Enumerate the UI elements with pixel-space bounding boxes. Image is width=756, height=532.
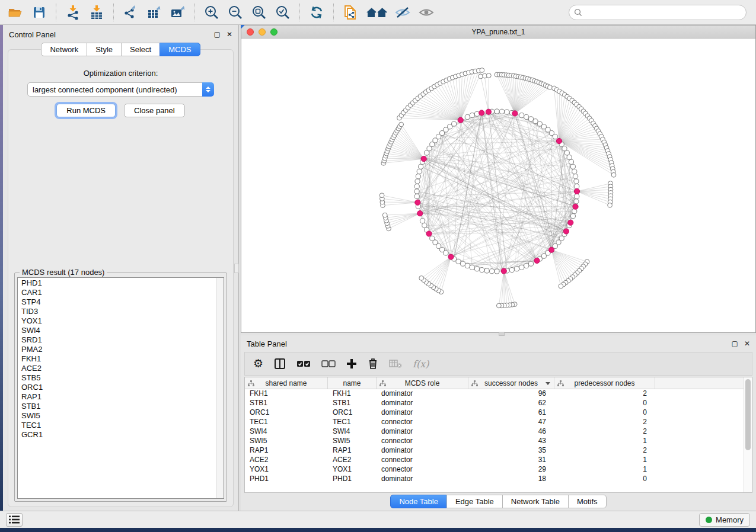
cell-mcds_role: dominator	[377, 408, 468, 418]
mcds-result-item[interactable]: PHD1	[21, 278, 216, 288]
column-header-successor-nodes[interactable]: successor nodes	[468, 377, 554, 389]
close-panel-button[interactable]: Close panel	[124, 104, 185, 117]
import-table-icon[interactable]	[86, 2, 107, 23]
float-panel-icon[interactable]: ▢	[214, 31, 221, 38]
table-toolbar: ⚙	[244, 352, 752, 376]
zoom-fit-icon[interactable]	[248, 2, 270, 23]
network-canvas[interactable]	[241, 39, 755, 332]
table-row-PHD1[interactable]: PHD1PHD1dominator180	[245, 475, 744, 484]
delete-table-icon-disabled	[389, 355, 402, 372]
table-row-ORC1[interactable]: ORC1ORC1dominator610	[245, 408, 744, 418]
mcds-result-item[interactable]: ACE2	[21, 364, 216, 373]
mcds-result-item[interactable]: SRD1	[21, 335, 216, 345]
mcds-result-item[interactable]: STP4	[21, 297, 216, 307]
mcds-result-title: MCDS result (17 nodes)	[20, 268, 107, 277]
hide-selected-icon[interactable]	[392, 2, 413, 23]
tab-network[interactable]: Network	[41, 43, 87, 56]
tab-select[interactable]: Select	[121, 43, 160, 56]
delete-column-icon[interactable]	[368, 355, 378, 372]
first-neighbors-icon[interactable]	[363, 2, 390, 23]
refresh-view-icon[interactable]	[306, 2, 327, 23]
search-input[interactable]	[586, 8, 741, 17]
table-row-TEC1[interactable]: TEC1TEC1connector472	[245, 418, 744, 427]
mcds-result-item[interactable]: CAR1	[21, 288, 216, 297]
table-tab-edge-table[interactable]: Edge Table	[446, 495, 503, 508]
export-network-icon[interactable]	[120, 2, 141, 23]
zoom-out-icon[interactable]	[225, 2, 246, 23]
cell-predecessor_nodes: 2	[554, 446, 655, 456]
column-header-MCDS-role[interactable]: MCDS role	[377, 377, 468, 389]
cell-mcds_role: connector	[377, 418, 468, 427]
status-bar: Memory	[0, 511, 756, 528]
show-columns-icon[interactable]	[274, 355, 286, 372]
mcds-result-item[interactable]: TID3	[21, 307, 216, 316]
table-scrollbar-thumb[interactable]	[745, 379, 751, 450]
splitter-grip[interactable]	[499, 332, 505, 336]
select-all-columns-icon[interactable]	[296, 355, 311, 372]
table-row-STB1[interactable]: STB1STB1dominator620	[245, 399, 744, 408]
table-row-SWI4[interactable]: SWI4SWI4dominator462	[245, 427, 744, 437]
cell-shared_name: TEC1	[245, 418, 328, 427]
horizontal-splitter[interactable]	[241, 333, 756, 335]
table-tab-network-table[interactable]: Network Table	[502, 495, 569, 508]
table-row-RAP1[interactable]: RAP1RAP1dominator352	[245, 446, 744, 456]
search-field[interactable]	[569, 5, 747, 20]
table-tab-motifs[interactable]: Motifs	[568, 495, 607, 508]
mcds-result-item[interactable]: FKH1	[21, 354, 216, 364]
column-header-name[interactable]: name	[328, 377, 377, 389]
network-window-title: YPA_prune.txt_1	[241, 28, 755, 36]
copy-network-icon[interactable]	[340, 2, 361, 23]
table-row-FKH1[interactable]: FKH1FKH1dominator962	[245, 389, 744, 399]
mcds-result-item[interactable]: TEC1	[21, 421, 216, 430]
table-row-YOX1[interactable]: YOX1YOX1connector291	[245, 465, 744, 475]
cell-name: FKH1	[328, 389, 377, 399]
save-session-icon[interactable]	[28, 2, 50, 23]
float-panel-icon[interactable]: ▢	[732, 340, 738, 347]
table-settings-gear-icon[interactable]: ⚙	[253, 355, 263, 372]
mcds-list-scrollbar[interactable]	[216, 278, 224, 498]
mcds-result-item[interactable]: STB1	[21, 402, 216, 411]
zoom-selected-icon[interactable]	[272, 2, 294, 23]
mcds-result-item[interactable]: GCR1	[21, 430, 216, 440]
mcds-result-item[interactable]: SWI4	[21, 326, 216, 335]
table-panel-title: Table Panel	[247, 339, 287, 348]
column-header-shared-name[interactable]: shared name	[245, 377, 328, 389]
cell-predecessor_nodes: 0	[554, 408, 655, 418]
import-network-icon[interactable]	[62, 2, 84, 23]
close-panel-icon[interactable]: ✕	[744, 340, 750, 347]
export-table-icon[interactable]	[143, 2, 165, 23]
mcds-result-item[interactable]: PMA2	[21, 345, 216, 354]
table-row-SWI5[interactable]: SWI5SWI5connector431	[245, 437, 744, 446]
table-body: FKH1FKH1dominator962STB1STB1dominator620…	[245, 389, 744, 484]
unselect-all-columns-icon[interactable]	[321, 355, 336, 372]
open-file-icon[interactable]	[5, 2, 26, 23]
export-image-icon[interactable]	[167, 2, 189, 23]
show-panels-list-button[interactable]	[6, 513, 23, 527]
list-icon	[8, 515, 20, 524]
mcds-result-item[interactable]: SWI5	[21, 411, 216, 421]
mcds-result-item[interactable]: RAP1	[21, 392, 216, 402]
show-all-icon[interactable]	[416, 2, 437, 23]
add-column-icon[interactable]	[346, 355, 357, 372]
criterion-dropdown[interactable]: largest connected component (undirected)	[27, 82, 214, 97]
zoom-in-icon[interactable]	[201, 2, 222, 23]
application-window: Control Panel ▢ ✕ NetworkStyleSelectMCDS…	[0, 0, 756, 528]
table-scrollbar[interactable]	[744, 377, 752, 492]
cell-mcds_role: dominator	[377, 427, 468, 437]
column-header-predecessor-nodes[interactable]: predecessor nodes	[554, 377, 655, 389]
table-tab-node-table[interactable]: Node Table	[390, 495, 447, 508]
splitter-grip[interactable]	[234, 264, 239, 273]
run-mcds-button[interactable]: Run MCDS	[56, 104, 116, 117]
table-panel: Table Panel ▢ ✕ ⚙	[241, 335, 756, 511]
memory-button[interactable]: Memory	[699, 513, 750, 527]
tab-mcds[interactable]: MCDS	[160, 43, 200, 56]
table-row-ACE2[interactable]: ACE2ACE2connector311	[245, 456, 744, 465]
cell-successor_nodes: 31	[468, 456, 554, 465]
close-panel-icon[interactable]: ✕	[227, 31, 232, 38]
tab-style[interactable]: Style	[87, 43, 122, 56]
cell-name: RAP1	[328, 446, 377, 456]
mcds-result-item[interactable]: YOX1	[21, 316, 216, 326]
mcds-result-item[interactable]: STB5	[21, 373, 216, 383]
mcds-result-item[interactable]: ORC1	[21, 383, 216, 392]
network-window-titlebar[interactable]: YPA_prune.txt_1	[241, 25, 755, 39]
